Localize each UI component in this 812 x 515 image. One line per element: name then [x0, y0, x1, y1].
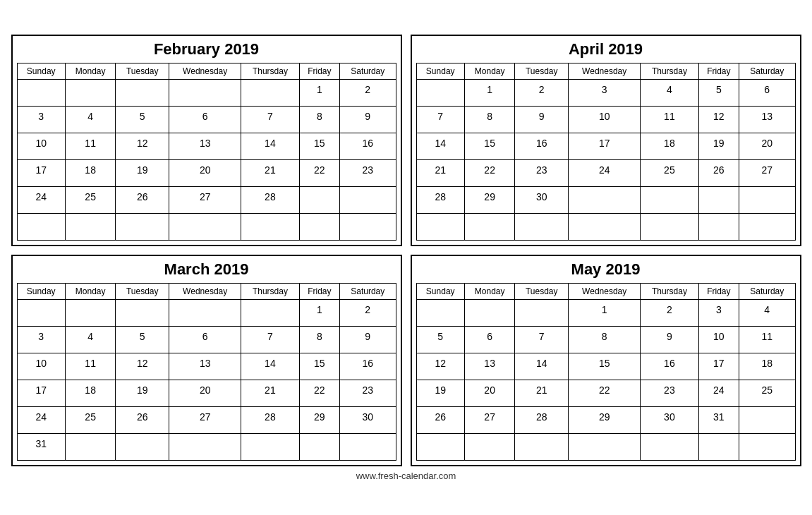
calendar-april-2019: April 2019SundayMondayTuesdayWednesdayTh…	[411, 35, 801, 246]
day-cell	[641, 433, 698, 460]
day-cell	[515, 299, 569, 326]
day-cell	[299, 186, 339, 213]
day-cell	[299, 433, 339, 460]
day-cell	[464, 433, 514, 460]
day-cell: 27	[169, 186, 241, 213]
table-row: 17181920212223	[17, 380, 396, 406]
day-cell: 2	[515, 79, 569, 106]
day-header: Saturday	[340, 63, 396, 79]
day-header: Saturday	[340, 283, 396, 299]
day-cell: 30	[515, 186, 569, 213]
day-cell	[569, 186, 641, 213]
day-cell: 20	[169, 380, 241, 406]
day-cell: 25	[65, 406, 115, 433]
day-cell: 4	[739, 299, 795, 326]
day-cell: 31	[698, 406, 739, 433]
table-row: 17181920212223	[17, 159, 396, 186]
table-row: 262728293031	[416, 406, 795, 433]
day-cell	[241, 213, 299, 240]
day-header: Friday	[299, 283, 339, 299]
day-cell	[340, 213, 396, 240]
day-cell: 5	[416, 326, 464, 353]
day-cell	[169, 433, 241, 460]
day-cell: 5	[116, 326, 169, 353]
day-cell: 24	[698, 380, 739, 406]
day-cell	[169, 213, 241, 240]
day-cell: 10	[17, 133, 65, 159]
day-cell	[116, 433, 169, 460]
calendar-march-2019: March 2019SundayMondayTuesdayWednesdayTh…	[11, 255, 402, 466]
day-cell: 3	[17, 106, 65, 133]
day-cell	[17, 213, 65, 240]
calendar-may-2019: May 2019SundayMondayTuesdayWednesdayThur…	[411, 255, 801, 466]
day-cell: 9	[340, 106, 396, 133]
day-cell: 15	[569, 353, 641, 380]
day-cell	[241, 299, 299, 326]
day-cell: 9	[340, 326, 396, 353]
day-cell: 7	[241, 326, 299, 353]
day-header: Sunday	[416, 283, 464, 299]
day-cell	[739, 186, 795, 213]
day-cell	[641, 213, 698, 240]
day-cell: 27	[464, 406, 514, 433]
day-cell: 8	[299, 326, 339, 353]
day-header: Friday	[698, 63, 739, 79]
day-header: Monday	[464, 63, 514, 79]
day-cell	[241, 79, 299, 106]
day-cell	[515, 213, 569, 240]
day-cell: 17	[17, 380, 65, 406]
table-row: 1234	[416, 299, 795, 326]
day-cell	[65, 79, 115, 106]
day-cell: 1	[299, 299, 339, 326]
calendar-title-april-2019: April 2019	[416, 40, 796, 59]
day-cell: 2	[340, 79, 396, 106]
day-cell: 3	[698, 299, 739, 326]
day-cell: 21	[515, 380, 569, 406]
day-cell	[340, 433, 396, 460]
calendar-table-february-2019: SundayMondayTuesdayWednesdayThursdayFrid…	[17, 63, 396, 241]
day-cell: 10	[17, 353, 65, 380]
day-cell: 21	[241, 159, 299, 186]
day-cell: 14	[416, 133, 464, 159]
day-cell	[739, 213, 795, 240]
table-row: 14151617181920	[416, 133, 795, 159]
day-cell: 11	[739, 326, 795, 353]
day-cell	[169, 299, 241, 326]
day-cell: 15	[299, 133, 339, 159]
day-cell: 10	[569, 106, 641, 133]
day-cell: 20	[739, 133, 795, 159]
day-cell: 16	[515, 133, 569, 159]
day-cell	[116, 213, 169, 240]
table-row: 123456	[416, 79, 795, 106]
day-cell	[416, 213, 464, 240]
day-cell: 27	[169, 406, 241, 433]
day-cell: 7	[416, 106, 464, 133]
day-cell: 15	[299, 353, 339, 380]
day-cell: 6	[169, 326, 241, 353]
day-cell: 26	[416, 406, 464, 433]
day-cell	[416, 299, 464, 326]
day-cell: 5	[698, 79, 739, 106]
day-header: Wednesday	[169, 63, 241, 79]
day-cell	[65, 433, 115, 460]
day-header: Thursday	[641, 63, 698, 79]
day-cell	[169, 79, 241, 106]
day-cell	[569, 433, 641, 460]
day-cell	[739, 406, 795, 433]
day-cell: 8	[299, 106, 339, 133]
day-cell	[17, 79, 65, 106]
table-row: 282930	[416, 186, 795, 213]
day-cell: 24	[569, 159, 641, 186]
day-cell: 11	[641, 106, 698, 133]
day-header: Wednesday	[569, 283, 641, 299]
day-cell	[698, 213, 739, 240]
day-header: Monday	[464, 283, 514, 299]
table-row: 567891011	[416, 326, 795, 353]
day-cell: 14	[515, 353, 569, 380]
day-cell: 22	[299, 159, 339, 186]
day-cell: 4	[641, 79, 698, 106]
table-row: 10111213141516	[17, 353, 396, 380]
day-cell: 29	[569, 406, 641, 433]
day-cell: 13	[464, 353, 514, 380]
day-cell: 23	[340, 380, 396, 406]
